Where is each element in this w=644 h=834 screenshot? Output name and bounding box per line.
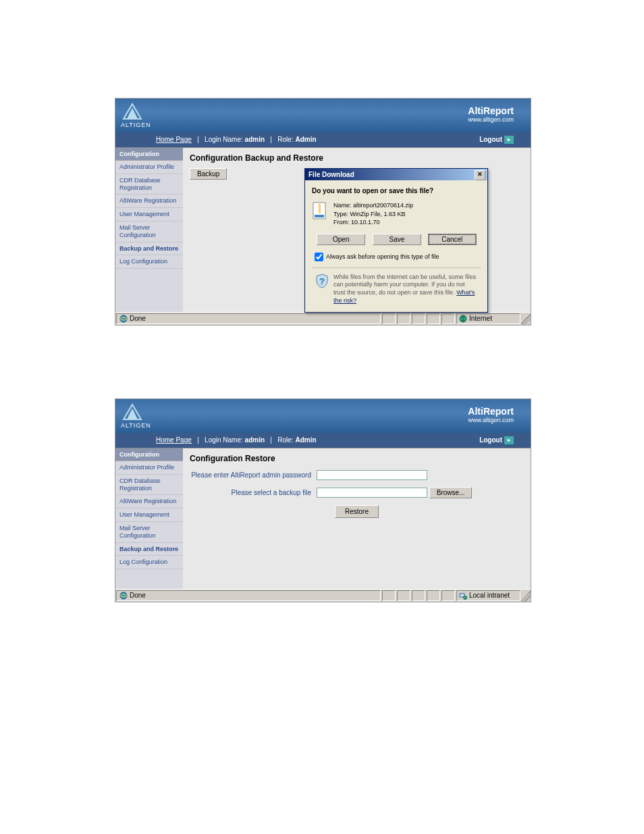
- logo-text: ALTIGEN: [121, 122, 151, 128]
- status-segment: [397, 313, 410, 324]
- file-type: WinZip File, 1.63 KB: [350, 211, 406, 217]
- nav-bar: Home Page | Login Name: admin | Role: Ad…: [115, 132, 531, 148]
- status-segment: [441, 313, 455, 324]
- sidebar-header: Configuration: [115, 448, 183, 461]
- status-text: Done: [116, 590, 381, 601]
- save-button[interactable]: Save: [373, 234, 421, 245]
- always-ask-label: Always ask before opening this type of f…: [326, 253, 439, 260]
- header: ALTIGEN AltiReport www.altigen.com: [115, 399, 531, 433]
- status-segment: [412, 313, 425, 324]
- svg-point-4: [120, 315, 127, 322]
- product-name: AltiReport: [468, 406, 514, 417]
- home-link[interactable]: Home Page: [156, 136, 192, 143]
- login-value: admin: [245, 136, 265, 143]
- backup-button[interactable]: Backup: [190, 168, 227, 180]
- home-link[interactable]: Home Page: [156, 436, 192, 444]
- sidebar-item-log-config[interactable]: Log Configuration: [115, 556, 183, 569]
- globe-icon: [459, 315, 467, 323]
- app-window-backup: ▲ ▼ ALTIGEN AltiReport www.altigen.com H…: [115, 98, 531, 325]
- status-zone: Local intranet: [456, 590, 520, 601]
- product-brand: AltiReport www.altigen.com: [468, 406, 514, 423]
- product-url: www.altigen.com: [468, 116, 514, 123]
- sidebar-item-mail-server[interactable]: Mail Server Configuration: [115, 221, 183, 242]
- product-name: AltiReport: [468, 105, 514, 116]
- product-brand: AltiReport www.altigen.com: [468, 105, 514, 123]
- always-ask-input[interactable]: [315, 253, 323, 261]
- resize-grip[interactable]: [521, 590, 531, 602]
- file-source: 10.10.1.70: [351, 219, 380, 226]
- logout-arrow-icon: ▸: [504, 136, 514, 144]
- status-segment: [412, 590, 425, 601]
- file-metadata: Name: altireport20070614.zip Type: WinZi…: [333, 201, 413, 227]
- sidebar: Configuration Administrator Profile CDR …: [115, 148, 183, 313]
- password-label: Please enter AltiReport admin password: [190, 471, 317, 479]
- sidebar-item-backup-restore[interactable]: Backup and Restore: [115, 543, 183, 556]
- close-icon[interactable]: ✕: [475, 170, 485, 180]
- status-segment: [382, 590, 396, 601]
- browse-button[interactable]: Browse...: [429, 487, 473, 498]
- nav-bar: Home Page | Login Name: admin | Role: Ad…: [115, 433, 531, 448]
- sidebar-item-admin-profile[interactable]: Administrator Profile: [115, 461, 183, 475]
- backup-file-input[interactable]: [317, 488, 427, 498]
- file-download-dialog: File Download ✕ Do you want to open or s…: [304, 168, 488, 313]
- main-content: Configuration Backup and Restore Backup …: [183, 148, 531, 313]
- cancel-button[interactable]: Cancel: [429, 234, 476, 244]
- sidebar-item-user-mgmt[interactable]: User Management: [115, 208, 183, 221]
- always-ask-checkbox[interactable]: Always ask before opening this type of f…: [312, 251, 481, 263]
- logo-text: ALTIGEN: [121, 422, 151, 429]
- app-window-restore: ▲ ▼ ALTIGEN AltiReport www.altigen.com H…: [115, 398, 531, 602]
- status-bar: Done Internet: [115, 312, 531, 325]
- status-segment: [427, 313, 440, 324]
- sidebar-item-log-config[interactable]: Log Configuration: [115, 255, 183, 269]
- dialog-titlebar[interactable]: File Download ✕: [305, 169, 487, 180]
- svg-point-7: [120, 592, 127, 599]
- svg-text:?: ?: [319, 276, 325, 286]
- intranet-icon: [459, 592, 467, 600]
- sidebar-item-admin-profile[interactable]: Administrator Profile: [115, 161, 183, 174]
- sidebar-header: Configuration: [115, 148, 183, 161]
- sidebar-item-cdr-db[interactable]: CDR Database Registration: [115, 174, 183, 195]
- login-value: admin: [245, 436, 265, 444]
- status-segment: [441, 590, 455, 601]
- role-label: Role:: [277, 136, 293, 143]
- page-title: Configuration Restore: [190, 454, 524, 463]
- status-segment: [397, 590, 410, 601]
- restore-button[interactable]: Restore: [335, 505, 379, 518]
- altigen-logo: ALTIGEN: [121, 103, 151, 128]
- svg-rect-2: [315, 215, 324, 217]
- logout-link[interactable]: Logout▸: [479, 433, 514, 448]
- sidebar-item-backup-restore[interactable]: Backup and Restore: [115, 242, 183, 256]
- backup-file-label: Please select a backup file: [190, 489, 317, 496]
- file-name: altireport20070614.zip: [353, 202, 413, 209]
- ie-icon: [119, 592, 128, 600]
- login-label: Login Name:: [205, 436, 243, 444]
- shield-help-icon: ?: [315, 273, 329, 288]
- product-url: www.altigen.com: [468, 417, 514, 423]
- role-label: Role:: [277, 436, 293, 444]
- zip-file-icon: [312, 201, 328, 221]
- main-content: Configuration Restore Please enter AltiR…: [183, 448, 531, 590]
- svg-rect-1: [319, 204, 321, 213]
- sidebar-item-mail-server[interactable]: Mail Server Configuration: [115, 522, 183, 543]
- password-input[interactable]: [317, 470, 427, 480]
- altigen-logo: ALTIGEN: [121, 403, 151, 429]
- resize-grip[interactable]: [521, 313, 531, 325]
- role-value: Admin: [295, 136, 316, 143]
- sidebar-item-cdr-db[interactable]: CDR Database Registration: [115, 475, 183, 496]
- header: ALTIGEN AltiReport www.altigen.com: [115, 99, 531, 132]
- sidebar-item-user-mgmt[interactable]: User Management: [115, 509, 183, 522]
- status-segment: [427, 590, 440, 601]
- warning-box: ? While files from the Internet can be u…: [312, 267, 481, 305]
- sidebar-item-altiware-reg[interactable]: AltiWare Registration: [115, 495, 183, 509]
- sidebar-item-altiware-reg[interactable]: AltiWare Registration: [115, 194, 183, 208]
- role-value: Admin: [295, 436, 316, 444]
- ie-icon: [119, 315, 128, 323]
- dialog-question: Do you want to open or save this file?: [312, 187, 433, 194]
- page-title: Configuration Backup and Restore: [190, 153, 524, 163]
- open-button[interactable]: Open: [317, 234, 365, 245]
- sidebar: Configuration Administrator Profile CDR …: [115, 448, 183, 590]
- logout-arrow-icon: ▸: [504, 436, 514, 444]
- dialog-title: File Download: [308, 171, 354, 178]
- logout-link[interactable]: Logout▸: [479, 132, 514, 147]
- warning-text: While files from the Internet can be use…: [333, 273, 476, 296]
